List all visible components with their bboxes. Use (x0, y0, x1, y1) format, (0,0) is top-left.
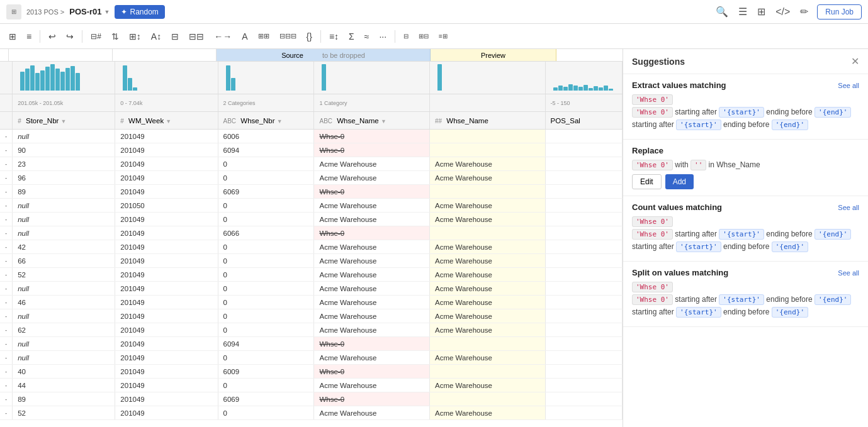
toolbar-text-btn[interactable]: A (238, 29, 251, 44)
search-button[interactable]: 🔍 (714, 4, 730, 19)
columns-button[interactable]: ⊞ (756, 4, 767, 19)
toolbar-expand-btn[interactable]: ←→ (210, 29, 235, 44)
toolbar-insert-btn[interactable]: ⊞⊞ (254, 30, 273, 43)
extract-item-1[interactable]: 'Whse 0' (632, 95, 859, 104)
pos-sal-cell (545, 213, 622, 226)
list-button[interactable]: ☰ (737, 4, 748, 19)
dot-cell: · (0, 309, 13, 323)
whse-name-src-cell: Acme Warehouse (314, 309, 430, 323)
whse-name-src-cell: Acme Warehouse (314, 296, 430, 309)
hist-bar (35, 73, 40, 91)
whse-nbr-type-icon: ABC (223, 118, 237, 125)
wm-week-cell: 201049 (115, 185, 218, 199)
whse-nbr-cell: 0 (218, 323, 314, 337)
count-item-2[interactable]: 'Whse 0' starting after '{start}' ending… (632, 230, 859, 238)
hist-bar (25, 69, 30, 91)
toolbar-merge-btn[interactable]: ⊟⊟ (185, 29, 208, 44)
project-dropdown-arrow: ▼ (104, 9, 110, 15)
store-nbr-header[interactable]: # Store_Nbr ▼ (13, 112, 115, 130)
run-job-button[interactable]: Run Job (817, 4, 862, 19)
pos-sal-cell (545, 143, 622, 157)
replace-item-1[interactable]: 'Whse 0' with '' in Whse_Name (632, 160, 859, 169)
split-item-3[interactable]: starting after '{start}' ending before '… (632, 308, 859, 316)
strip-dot-spacer (0, 49, 9, 61)
toolbar-filter-btn[interactable]: ≡↕ (325, 29, 342, 44)
toolbar-sort2-btn[interactable]: A↕ (147, 29, 165, 44)
hist-bar (594, 86, 598, 91)
wm-week-header[interactable]: # WM_Week ▼ (115, 112, 218, 130)
toolbar-transform-btn[interactable]: {} (303, 29, 316, 44)
whse-name-preview-header[interactable]: ## Whse_Name (430, 112, 546, 130)
count-section: Count values matching See all 'Whse 0' '… (623, 196, 868, 262)
split-see-all[interactable]: See all (838, 269, 859, 277)
toolbar-group-btn[interactable]: ⊞↕ (125, 29, 145, 44)
whse-nbr-cell: 6069 (218, 392, 314, 406)
dot-cell: · (0, 296, 13, 309)
suggestions-close-button[interactable]: ✕ (851, 55, 859, 67)
hist-bar (45, 67, 50, 91)
extract-section-title: Extract values matching (632, 80, 726, 90)
table-row: · null 201049 0 Acme Warehouse Acme Ware… (0, 351, 623, 365)
hist-bar (70, 66, 75, 91)
toolbar-settings2-btn[interactable]: ≡⊞ (435, 30, 451, 42)
pos-sal-histogram (551, 64, 617, 92)
table-row: · 23 201049 0 Acme Warehouse Acme Wareho… (0, 157, 623, 171)
whse-name-src-cell: Acme Warehouse (314, 406, 430, 420)
toolbar-sample-btn[interactable]: ⊟ (400, 30, 412, 42)
whse-name-src-cell: Whse-0 (314, 143, 430, 157)
whse-name-src-cell: Acme Warehouse (314, 213, 430, 226)
toolbar-grid-btn[interactable]: ⊞ (5, 29, 20, 44)
table-row: · 46 201049 0 Acme Warehouse Acme Wareho… (0, 296, 623, 309)
toolbar-publish-btn[interactable]: ⊞⊟ (415, 30, 432, 42)
whse-name-src-cell: Acme Warehouse (314, 351, 430, 365)
extract-see-all[interactable]: See all (838, 82, 859, 89)
split-item-1[interactable]: 'Whse 0' (632, 282, 859, 291)
toolbar-redo-btn[interactable]: ↪ (62, 29, 77, 44)
whse-nbr-header[interactable]: ABC Whse_Nbr ▼ (218, 112, 314, 130)
toolbar-undo-btn[interactable]: ↩ (45, 29, 60, 44)
store-nbr-cell: 23 (13, 157, 115, 171)
strip-rest (556, 49, 623, 61)
count-item-3[interactable]: starting after '{start}' ending before '… (632, 242, 859, 251)
table-row: · 89 201049 6069 Whse-0 (0, 185, 623, 199)
count-see-all[interactable]: See all (838, 204, 859, 211)
random-button[interactable]: ✦ Random (115, 5, 164, 19)
toolbar-split-btn[interactable]: ⊟ (167, 29, 183, 44)
count-tag-2: 'Whse 0' (632, 229, 673, 240)
whse-name-src-cell: Acme Warehouse (314, 268, 430, 282)
edit-button[interactable]: ✏ (799, 4, 809, 19)
toolbar-menu-btn[interactable]: ≡ (23, 29, 35, 44)
dot-cell: · (0, 392, 13, 406)
whse-name-src-cell: Acme Warehouse (314, 379, 430, 392)
toolbar-sort-btn[interactable]: ⇅ (108, 29, 123, 44)
split-item-2[interactable]: 'Whse 0' starting after '{start}' ending… (632, 295, 859, 304)
table-head: 201.05k - 201.05k 0 - 7.04k 2 Categories… (0, 62, 623, 130)
wm-week-cell: 201049 (115, 323, 218, 337)
extract-item-3[interactable]: starting after '{start}' ending before '… (632, 120, 859, 129)
strip-week-spacer (113, 49, 217, 61)
whse-nbr-cell: 6006 (218, 130, 314, 143)
table-row: · 44 201049 0 Acme Warehouse Acme Wareho… (0, 379, 623, 392)
table-container[interactable]: 201.05k - 201.05k 0 - 7.04k 2 Categories… (0, 62, 623, 427)
store-nbr-cell: 46 (13, 296, 115, 309)
add-button[interactable]: Add (665, 174, 694, 189)
count-item-1[interactable]: 'Whse 0' (632, 217, 859, 226)
main-layout: Source to be dropped Preview (0, 49, 868, 427)
toolbar-more-btn[interactable]: ··· (375, 29, 390, 44)
whse-name-src-header[interactable]: ABC Whse_Name ▼ (314, 112, 430, 130)
pos-sal-header[interactable]: POS_Sal (545, 112, 622, 130)
table-row: · null 201049 6006 Whse-0 (0, 130, 623, 143)
store-nbr-cell: 44 (13, 379, 115, 392)
whse-name-preview-cell: Acme Warehouse (430, 323, 546, 337)
whse-nbr-histogram (223, 64, 309, 92)
pos-sal-range: -5 - 150 (545, 94, 622, 112)
code-button[interactable]: </> (774, 5, 791, 19)
count-tag-end: '{end}' (814, 229, 851, 240)
edit-button[interactable]: Edit (632, 174, 662, 189)
toolbar-agg-btn[interactable]: Σ (345, 29, 358, 44)
toolbar-pivot-btn[interactable]: ≈ (361, 29, 373, 44)
extract-item-2[interactable]: 'Whse 0' starting after '{start}' ending… (632, 108, 859, 116)
project-title[interactable]: POS-r01 ▼ (69, 7, 110, 16)
toolbar-col-type-btn[interactable]: ⊟# (87, 30, 105, 43)
toolbar-nest-btn[interactable]: ⊟⊟⊟ (276, 30, 300, 43)
